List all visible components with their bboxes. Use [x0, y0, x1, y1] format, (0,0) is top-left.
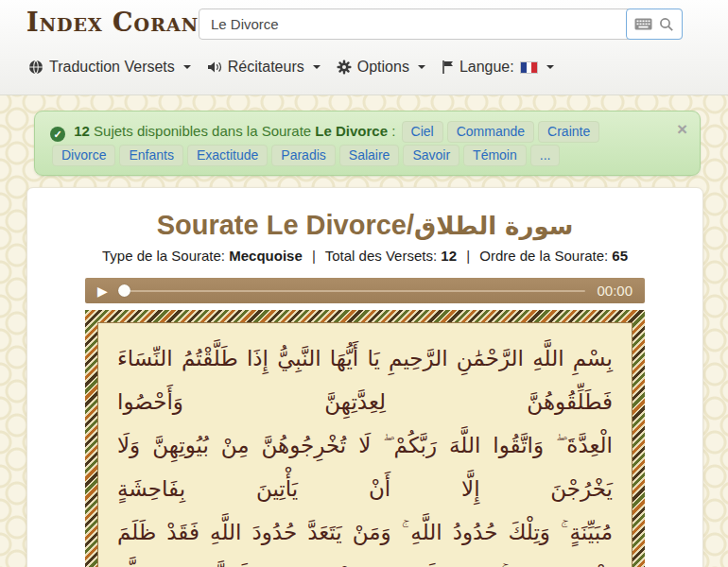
- keyboard-icon[interactable]: [634, 18, 652, 30]
- topic-tag[interactable]: Commande: [447, 121, 534, 143]
- topic-tag[interactable]: ...: [530, 145, 561, 166]
- quran-line: مُبَيِّنَةٍ ۚ وَتِلْكَ حُدُودُ اللَّهِ ۚ…: [117, 510, 613, 567]
- page: Index Coran: [0, 0, 728, 567]
- nav-traduction-versets[interactable]: Traduction Versets: [28, 59, 191, 76]
- quran-frame: بِسْمِ اللَّهِ الرَّحْمَٰنِ الرَّحِيمِ ي…: [85, 310, 645, 567]
- meta-label: Total des Versets:: [325, 248, 437, 264]
- sourate-meta: Type de la Sourate: Mecquoise | Total de…: [27, 248, 702, 264]
- brand-logo[interactable]: Index Coran: [26, 8, 199, 37]
- topics-text: Sujets disponibles dans la Sourate: [94, 123, 311, 139]
- flag-icon: [442, 60, 454, 75]
- topic-tag[interactable]: Crainte: [538, 121, 599, 143]
- meta-value: 65: [612, 248, 628, 264]
- slider-knob[interactable]: [118, 284, 130, 297]
- chevron-down-icon: [546, 65, 554, 69]
- topic-tag[interactable]: Savoir: [403, 145, 459, 166]
- search-bar: [199, 9, 683, 40]
- gear-icon: [337, 60, 352, 75]
- sourate-title-fr: Sourate Le Divorce/: [157, 210, 414, 240]
- nav-label: Récitateurs: [228, 59, 304, 76]
- chevron-down-icon: [183, 65, 191, 69]
- search-icon[interactable]: [659, 17, 674, 32]
- nav-label: Options: [357, 59, 409, 76]
- topic-tag[interactable]: Divorce: [52, 145, 115, 166]
- play-button[interactable]: ▶: [97, 284, 108, 298]
- meta-label: Type de la Sourate:: [102, 248, 225, 264]
- nav-label: Langue:: [459, 59, 514, 76]
- topic-tag[interactable]: Témoin: [463, 145, 527, 166]
- nav-label: Traduction Versets: [49, 59, 175, 76]
- french-flag-icon: [520, 61, 538, 74]
- quran-line: بِسْمِ اللَّهِ الرَّحْمَٰنِ الرَّحِيمِ ي…: [117, 336, 613, 423]
- chevron-down-icon: [313, 65, 321, 69]
- topics-colon: :: [391, 123, 395, 139]
- quran-segment: مُبَيِّنَةٍ ۚ وَتِلْكَ حُدُودُ اللَّهِ ۚ…: [117, 520, 613, 567]
- audio-player[interactable]: ▶ 00:00: [85, 278, 645, 303]
- quran-text: بِسْمِ اللَّهِ الرَّحْمَٰنِ الرَّحِيمِ ي…: [97, 322, 633, 567]
- topics-sourate-name: Le Divorce: [315, 123, 388, 139]
- quran-segment: الْعِدَّةَ ۖ وَاتَّقُوا اللَّهَ رَبَّكُم…: [117, 433, 613, 501]
- seek-slider[interactable]: [119, 290, 586, 292]
- search-input[interactable]: [199, 9, 683, 40]
- nav-recitateurs[interactable]: Récitateurs: [207, 59, 321, 76]
- sourate-card: Sourate Le Divorce/سورة الطلاق Type de l…: [26, 187, 703, 567]
- meta-label: Ordre de la Sourate:: [479, 248, 608, 264]
- topic-tag[interactable]: Paradis: [271, 145, 335, 166]
- topic-tag[interactable]: Enfants: [119, 145, 182, 166]
- chevron-down-icon: [418, 65, 425, 69]
- topic-tag[interactable]: Ciel: [402, 121, 443, 143]
- meta-separator: |: [312, 248, 316, 264]
- search-addon[interactable]: [626, 9, 683, 40]
- topics-alert: × ✓ 12 Sujets disponibles dans la Sourat…: [34, 111, 701, 176]
- speaker-icon: [207, 60, 222, 74]
- meta-value: 12: [441, 248, 457, 264]
- quran-line: الْعِدَّةَ ۖ وَاتَّقُوا اللَّهَ رَبَّكُم…: [117, 423, 613, 510]
- check-circle-icon: ✓: [50, 127, 65, 142]
- sourate-title-ar: سورة الطلاق: [414, 212, 573, 240]
- nav-langue[interactable]: Langue:: [442, 59, 554, 76]
- meta-value: Mecquoise: [229, 248, 303, 264]
- quran-segment: بِسْمِ اللَّهِ الرَّحْمَٰنِ الرَّحِيمِ ي…: [117, 346, 613, 414]
- main-nav: Traduction Versets Récitateurs: [28, 59, 554, 76]
- topics-count: 12: [74, 123, 90, 139]
- topic-tag[interactable]: Exactitude: [187, 145, 268, 166]
- nav-options[interactable]: Options: [337, 59, 425, 76]
- header: Index Coran: [0, 0, 728, 95]
- meta-separator: |: [466, 248, 470, 264]
- sourate-title: Sourate Le Divorce/سورة الطلاق: [27, 209, 702, 242]
- close-icon[interactable]: ×: [677, 120, 687, 138]
- globe-icon: [28, 60, 43, 75]
- time-display: 00:00: [597, 283, 633, 299]
- topic-tag[interactable]: Salaire: [339, 145, 400, 166]
